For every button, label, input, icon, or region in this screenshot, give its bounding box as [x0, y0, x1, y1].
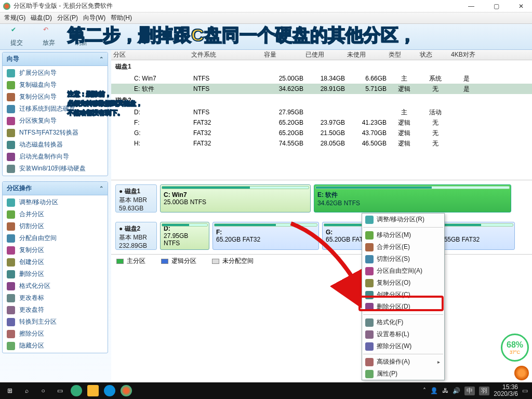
disk-badge[interactable]: ● 磁盘1基本 MBR59.63GB — [115, 184, 157, 212]
table-row[interactable]: C: Win7NTFS25.00GB18.34GB6.66GB主系统是 — [111, 73, 532, 84]
taskbar-app-3[interactable] — [104, 385, 115, 396]
tray-network-icon[interactable]: 🖧 — [442, 387, 448, 394]
ctxmenu-item-11[interactable]: 高级操作(A) — [362, 356, 444, 368]
menu-wizard[interactable]: 向导(W) — [83, 14, 105, 22]
discard-button[interactable]: ↶ 放弃 — [34, 26, 63, 47]
ops-panel-header[interactable]: 分区操作 ⌃ — [3, 182, 108, 195]
wizard-item-0[interactable]: 扩展分区向导 — [3, 67, 108, 79]
wizard-item-5[interactable]: NTFS与FAT32转换器 — [3, 127, 108, 139]
col-filesystem[interactable]: 文件系统 — [189, 50, 262, 59]
system-tray[interactable]: ˄ 👤 🖧 🔊 中 羽 15:362020/3/6 ▭ — [423, 384, 528, 397]
ctxmenu-item-10[interactable]: 擦除分区(W) — [362, 340, 444, 352]
taskbar-app-2[interactable] — [87, 385, 99, 396]
disk-badge[interactable]: ● 磁盘2基本 MBR232.89GB — [115, 222, 157, 250]
tray-people-icon[interactable]: 👤 — [430, 387, 438, 394]
ctxmenu-item-5[interactable]: 复制分区(O) — [362, 277, 444, 289]
cell-used: 28.05GB — [305, 140, 347, 147]
ctxmenu-item-7[interactable]: 删除分区(D) — [362, 301, 444, 313]
floating-button[interactable] — [514, 366, 529, 380]
wizard-item-8[interactable]: 安装Win8/10到移动硬盘 — [3, 163, 108, 175]
wizard-item-7[interactable]: 启动光盘制作向导 — [3, 151, 108, 163]
taskview-icon[interactable]: ▭ — [54, 385, 65, 396]
menu-disk[interactable]: 磁盘(D) — [31, 14, 52, 22]
taskbar[interactable]: ⊞ ⌕ ○ ▭ ˄ 👤 🖧 🔊 中 羽 15:362020/3/6 ▭ — [0, 382, 532, 399]
wizard-panel-header[interactable]: 向导 ⌃ — [3, 52, 108, 66]
search-icon[interactable]: ⌕ — [21, 385, 32, 396]
legend-unalloc: 未分配空间 — [212, 257, 254, 265]
col-type[interactable]: 类型 — [387, 50, 418, 59]
list-item-label: 迁移系统到固态硬盘 — [19, 104, 75, 113]
partition-box[interactable]: E: 软件34.62GB NTFS — [314, 184, 511, 212]
ops-item-11[interactable]: 擦除分区 — [3, 328, 108, 340]
col-partition[interactable]: 分区 — [111, 50, 189, 59]
ops-item-4[interactable]: 复制分区 — [3, 244, 108, 256]
menu-general[interactable]: 常规(G) — [4, 14, 25, 22]
disk-header[interactable]: 磁盘1 — [111, 60, 532, 73]
wizard-item-1[interactable]: 复制磁盘向导 — [3, 79, 108, 91]
ctxmenu-item-3[interactable]: 切割分区(S) — [362, 253, 444, 265]
tray-up-icon[interactable]: ˄ — [423, 387, 426, 394]
menu-partition[interactable]: 分区(P) — [57, 14, 78, 22]
ctxmenu-item-12[interactable]: 属性(P) — [362, 368, 444, 380]
system-gadget[interactable]: 68% 37°C — [501, 334, 529, 362]
taskbar-app-4[interactable] — [121, 385, 132, 396]
refresh-button[interactable]: ⟳ 刷新 — [66, 26, 96, 47]
wizard-item-2[interactable]: 复制分区向导 — [3, 91, 108, 103]
taskbar-clock[interactable]: 15:362020/3/6 — [494, 384, 518, 397]
disk-header[interactable]: 磁盘2 — [111, 94, 532, 107]
ctxmenu-item-9[interactable]: 设置卷标(L) — [362, 328, 444, 340]
start-button[interactable]: ⊞ — [4, 385, 16, 396]
commit-button[interactable]: ✔ 提交 — [2, 26, 31, 47]
partition-box[interactable]: C: Win725.00GB NTFS — [160, 184, 311, 212]
ctxmenu-item-4[interactable]: 分区自由空间(A) — [362, 265, 444, 277]
ctxmenu-item-6[interactable]: 创建分区(C) — [362, 289, 444, 301]
partition-box[interactable]: D:27.95GB NTFS — [160, 222, 209, 250]
table-row[interactable]: F:FAT3265.20GB23.97GB41.23GB逻辑无 — [111, 117, 532, 128]
ops-item-10[interactable]: 转换到主分区 — [3, 316, 108, 328]
ctxmenu-item-8[interactable]: 格式化(F) — [362, 316, 444, 328]
ctxmenu-item-2[interactable]: 合并分区(E) — [362, 241, 444, 253]
ops-item-6[interactable]: 删除分区 — [3, 268, 108, 280]
cortana-icon[interactable]: ○ — [37, 385, 49, 396]
minimize-button[interactable]: — — [463, 3, 479, 10]
wizard-item-3[interactable]: 迁移系统到固态硬盘 — [3, 103, 108, 115]
ime-indicator-1[interactable]: 中 — [464, 387, 475, 395]
table-row[interactable]: E: 软件NTFS34.62GB28.91GB5.71GB逻辑无是 — [111, 84, 532, 94]
partition-box[interactable]: F:65.20GB FAT32 — [212, 222, 319, 250]
ops-item-0[interactable]: 调整/移动分区 — [3, 196, 108, 208]
col-used[interactable]: 已使用 — [303, 50, 345, 59]
list-item-label: 合并分区 — [19, 210, 44, 219]
ops-item-7[interactable]: 格式化分区 — [3, 280, 108, 292]
menu-help[interactable]: 帮助(H) — [111, 14, 132, 22]
table-row[interactable]: G:FAT3265.20GB21.50GB43.70GB逻辑无 — [111, 128, 532, 138]
col-capacity[interactable]: 容量 — [262, 50, 303, 59]
menu-item-icon — [365, 318, 374, 327]
col-status[interactable]: 状态 — [418, 50, 449, 59]
ops-item-8[interactable]: 更改卷标 — [3, 292, 108, 304]
ops-item-9[interactable]: 更改盘符 — [3, 304, 108, 316]
ctxmenu-item-0[interactable]: 调整/移动分区(R) — [362, 214, 444, 225]
table-row[interactable]: H:FAT3274.55GB28.05GB46.50GB逻辑无 — [111, 138, 532, 149]
wizard-item-6[interactable]: 动态磁盘转换器 — [3, 139, 108, 151]
partition-grid[interactable]: 磁盘1C: Win7NTFS25.00GB18.34GB6.66GB主系统是E:… — [111, 60, 532, 180]
wizard-item-4[interactable]: 分区恢复向导 — [3, 115, 108, 127]
close-button[interactable]: ✕ — [513, 3, 529, 10]
ctxmenu-item-1[interactable]: 移动分区(M) — [362, 229, 444, 241]
partition-context-menu[interactable]: 调整/移动分区(R)移动分区(M)合并分区(E)切割分区(S)分区自由空间(A)… — [362, 213, 445, 380]
menu-item-icon — [365, 216, 374, 224]
ops-item-3[interactable]: 分配自由空间 — [3, 232, 108, 244]
col-free[interactable]: 未使用 — [345, 50, 387, 59]
maximize-button[interactable]: ▢ — [488, 3, 504, 10]
cell-used: 21.50GB — [305, 129, 347, 137]
taskbar-app-1[interactable] — [71, 385, 82, 396]
action-center-icon[interactable]: ▭ — [522, 387, 528, 394]
ops-item-1[interactable]: 合并分区 — [3, 208, 108, 220]
ops-item-2[interactable]: 切割分区 — [3, 220, 108, 232]
col-4k[interactable]: 4KB对齐 — [449, 50, 480, 59]
list-item-label: 更改盘符 — [19, 305, 44, 314]
ime-indicator-2[interactable]: 羽 — [479, 387, 489, 395]
ops-item-5[interactable]: 创建分区 — [3, 256, 108, 268]
ops-item-12[interactable]: 隐藏分区 — [3, 340, 108, 352]
table-row[interactable]: D:NTFS27.95GB主活动 — [111, 107, 532, 117]
tray-volume-icon[interactable]: 🔊 — [453, 387, 460, 394]
